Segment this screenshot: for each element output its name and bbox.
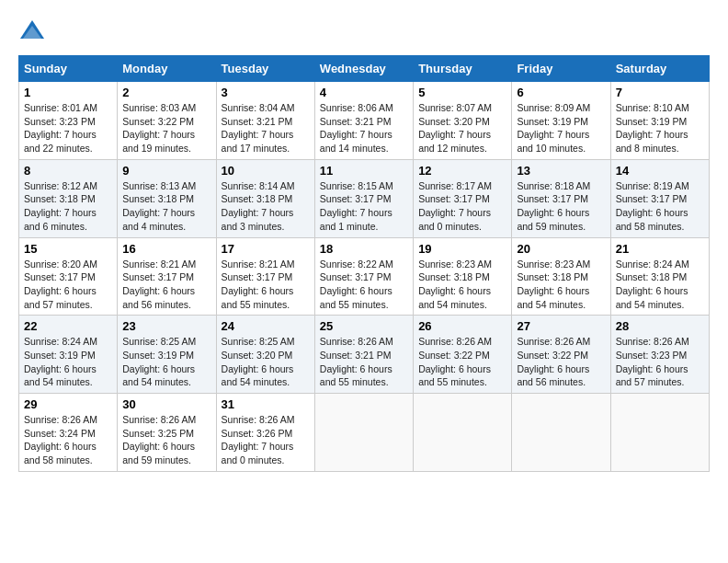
day-info: Sunrise: 8:26 AM Sunset: 3:22 PM Dayligh…: [418, 335, 506, 389]
calendar-cell: 28 Sunrise: 8:26 AM Sunset: 3:23 PM Dayl…: [610, 316, 709, 394]
day-number: 1: [24, 86, 112, 99]
day-number: 26: [418, 319, 506, 333]
sunset: Sunset: 3:20 PM: [222, 349, 310, 362]
calendar-week-4: 22 Sunrise: 8:24 AM Sunset: 3:19 PM Dayl…: [19, 316, 710, 394]
daylight: Daylight: 6 hours and 56 minutes.: [122, 284, 210, 311]
sunset: Sunset: 3:18 PM: [418, 270, 506, 284]
calendar-cell: 12 Sunrise: 8:17 AM Sunset: 3:17 PM Dayl…: [414, 159, 512, 237]
day-info: Sunrise: 8:04 AM Sunset: 3:21 PM Dayligh…: [222, 101, 310, 155]
calendar-cell: 17 Sunrise: 8:21 AM Sunset: 3:17 PM Dayl…: [216, 237, 314, 316]
sunrise: Sunrise: 8:04 AM: [222, 101, 310, 115]
daylight: Daylight: 7 hours and 22 minutes.: [24, 128, 112, 155]
calendar-cell: 5 Sunrise: 8:07 AM Sunset: 3:20 PM Dayli…: [414, 82, 512, 160]
day-number: 10: [222, 164, 310, 178]
calendar-cell: 22 Sunrise: 8:24 AM Sunset: 3:19 PM Dayl…: [19, 316, 118, 394]
calendar-cell: 20 Sunrise: 8:23 AM Sunset: 3:18 PM Dayl…: [512, 237, 610, 316]
sunset: Sunset: 3:17 PM: [616, 192, 704, 206]
calendar-cell: 7 Sunrise: 8:10 AM Sunset: 3:19 PM Dayli…: [610, 82, 709, 160]
day-number: 6: [517, 86, 605, 99]
day-info: Sunrise: 8:24 AM Sunset: 3:18 PM Dayligh…: [616, 258, 704, 312]
day-number: 14: [616, 164, 704, 178]
sunrise: Sunrise: 8:14 AM: [222, 179, 310, 193]
day-info: Sunrise: 8:26 AM Sunset: 3:26 PM Dayligh…: [222, 413, 310, 467]
calendar-cell: 14 Sunrise: 8:19 AM Sunset: 3:17 PM Dayl…: [610, 159, 709, 237]
weekday-header-saturday: Saturday: [610, 56, 709, 82]
day-info: Sunrise: 8:26 AM Sunset: 3:21 PM Dayligh…: [320, 335, 408, 389]
day-info: Sunrise: 8:25 AM Sunset: 3:19 PM Dayligh…: [122, 335, 210, 389]
day-number: 18: [320, 242, 408, 256]
weekday-header-wednesday: Wednesday: [314, 56, 413, 82]
daylight: Daylight: 7 hours and 19 minutes.: [122, 128, 210, 155]
day-info: Sunrise: 8:17 AM Sunset: 3:17 PM Dayligh…: [418, 179, 506, 234]
weekday-header-tuesday: Tuesday: [216, 56, 314, 82]
daylight: Daylight: 6 hours and 55 minutes.: [222, 284, 310, 311]
day-info: Sunrise: 8:23 AM Sunset: 3:18 PM Dayligh…: [517, 258, 605, 312]
daylight: Daylight: 6 hours and 56 minutes.: [517, 362, 605, 389]
day-number: 11: [320, 164, 408, 178]
sunrise: Sunrise: 8:09 AM: [517, 101, 605, 115]
sunset: Sunset: 3:17 PM: [418, 192, 506, 206]
daylight: Daylight: 6 hours and 54 minutes.: [222, 362, 310, 389]
sunrise: Sunrise: 8:07 AM: [418, 101, 506, 115]
day-info: Sunrise: 8:03 AM Sunset: 3:22 PM Dayligh…: [122, 101, 210, 155]
sunset: Sunset: 3:19 PM: [616, 115, 704, 129]
weekday-header-friday: Friday: [512, 56, 610, 82]
sunrise: Sunrise: 8:24 AM: [24, 335, 112, 349]
sunrise: Sunrise: 8:26 AM: [222, 413, 310, 427]
sunset: Sunset: 3:21 PM: [222, 115, 310, 129]
sunrise: Sunrise: 8:21 AM: [122, 258, 210, 271]
sunrise: Sunrise: 8:18 AM: [517, 179, 605, 193]
calendar-cell: 19 Sunrise: 8:23 AM Sunset: 3:18 PM Dayl…: [414, 237, 512, 316]
sunrise: Sunrise: 8:22 AM: [320, 258, 408, 271]
sunrise: Sunrise: 8:21 AM: [222, 258, 310, 271]
sunrise: Sunrise: 8:01 AM: [24, 101, 112, 115]
page-header: [18, 18, 710, 46]
calendar-cell: [610, 394, 709, 472]
daylight: Daylight: 6 hours and 57 minutes.: [24, 284, 112, 311]
weekday-header-row: SundayMondayTuesdayWednesdayThursdayFrid…: [19, 56, 710, 82]
weekday-header-thursday: Thursday: [414, 56, 512, 82]
calendar-cell: [512, 394, 610, 472]
day-number: 20: [517, 242, 605, 256]
daylight: Daylight: 6 hours and 54 minutes.: [24, 362, 112, 389]
calendar-cell: 6 Sunrise: 8:09 AM Sunset: 3:19 PM Dayli…: [512, 82, 610, 160]
day-number: 2: [122, 86, 210, 99]
daylight: Daylight: 6 hours and 54 minutes.: [616, 284, 704, 311]
calendar-cell: 8 Sunrise: 8:12 AM Sunset: 3:18 PM Dayli…: [19, 159, 118, 237]
day-number: 22: [24, 319, 112, 333]
sunrise: Sunrise: 8:26 AM: [320, 335, 408, 349]
calendar-cell: 15 Sunrise: 8:20 AM Sunset: 3:17 PM Dayl…: [19, 237, 118, 316]
daylight: Daylight: 7 hours and 10 minutes.: [517, 128, 605, 155]
daylight: Daylight: 7 hours and 12 minutes.: [418, 128, 506, 155]
day-info: Sunrise: 8:23 AM Sunset: 3:18 PM Dayligh…: [418, 258, 506, 312]
daylight: Daylight: 7 hours and 1 minute.: [320, 206, 408, 233]
day-number: 23: [122, 319, 210, 333]
daylight: Daylight: 7 hours and 8 minutes.: [616, 128, 704, 155]
day-number: 28: [616, 319, 704, 333]
calendar-cell: 3 Sunrise: 8:04 AM Sunset: 3:21 PM Dayli…: [216, 82, 314, 160]
sunset: Sunset: 3:17 PM: [24, 270, 112, 284]
sunset: Sunset: 3:18 PM: [616, 270, 704, 284]
sunset: Sunset: 3:19 PM: [517, 115, 605, 129]
sunset: Sunset: 3:26 PM: [222, 427, 310, 441]
day-info: Sunrise: 8:01 AM Sunset: 3:23 PM Dayligh…: [24, 101, 112, 155]
day-number: 13: [517, 164, 605, 178]
daylight: Daylight: 7 hours and 4 minutes.: [122, 206, 210, 233]
sunset: Sunset: 3:19 PM: [122, 349, 210, 362]
calendar-cell: 25 Sunrise: 8:26 AM Sunset: 3:21 PM Dayl…: [314, 316, 413, 394]
sunrise: Sunrise: 8:03 AM: [122, 101, 210, 115]
calendar-week-1: 1 Sunrise: 8:01 AM Sunset: 3:23 PM Dayli…: [19, 82, 710, 160]
sunrise: Sunrise: 8:25 AM: [222, 335, 310, 349]
day-info: Sunrise: 8:09 AM Sunset: 3:19 PM Dayligh…: [517, 101, 605, 155]
sunrise: Sunrise: 8:26 AM: [24, 413, 112, 427]
day-number: 9: [122, 164, 210, 178]
calendar-cell: 2 Sunrise: 8:03 AM Sunset: 3:22 PM Dayli…: [118, 82, 216, 160]
day-number: 5: [418, 86, 506, 99]
calendar-week-2: 8 Sunrise: 8:12 AM Sunset: 3:18 PM Dayli…: [19, 159, 710, 237]
sunset: Sunset: 3:19 PM: [24, 349, 112, 362]
sunset: Sunset: 3:25 PM: [122, 427, 210, 441]
logo-icon: [18, 18, 46, 46]
day-info: Sunrise: 8:26 AM Sunset: 3:24 PM Dayligh…: [24, 413, 112, 467]
sunset: Sunset: 3:17 PM: [320, 270, 408, 284]
sunset: Sunset: 3:18 PM: [24, 192, 112, 206]
